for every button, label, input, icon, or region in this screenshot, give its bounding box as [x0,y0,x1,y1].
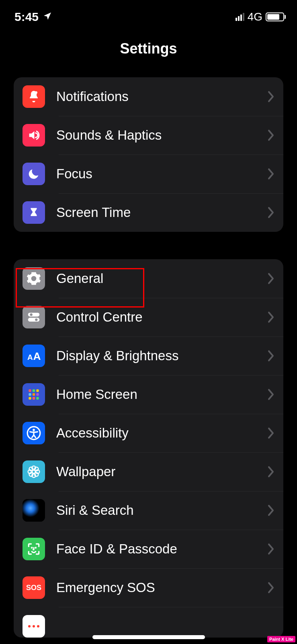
bell-icon [23,85,45,108]
svg-rect-9 [36,389,39,392]
gear-icon [23,267,45,290]
moon-icon [23,163,45,185]
chevron-right-icon [267,168,274,180]
exposure-icon [23,615,45,638]
row-faceid-passcode[interactable]: Face ID & Passcode [14,530,283,568]
text-size-icon: AA [23,345,45,367]
status-right: 4G [236,10,284,23]
faceid-icon [23,538,45,560]
row-label: Screen Time [56,205,267,220]
battery-icon [266,12,284,21]
siri-icon [23,499,45,522]
chevron-right-icon [267,206,274,219]
network-type-label: 4G [248,10,262,23]
location-icon [43,10,52,24]
svg-text:A: A [33,350,41,362]
row-label: General [56,271,267,286]
status-bar: 5:45 4G [0,0,297,28]
accessibility-icon [23,422,45,444]
svg-point-32 [37,625,39,627]
svg-point-27 [31,547,32,548]
row-label: Home Screen [56,387,267,402]
row-label: Accessibility [56,425,267,441]
svg-rect-10 [29,393,31,396]
svg-rect-14 [33,397,35,399]
svg-rect-12 [36,393,39,396]
flower-icon [23,460,45,483]
svg-point-30 [28,625,31,627]
svg-rect-1 [28,313,40,317]
row-general[interactable]: General [14,259,283,298]
row-partial[interactable] [14,607,283,638]
settings-group-notifications: Notifications Sounds & Haptics Focus Scr… [14,77,283,232]
row-notifications[interactable]: Notifications [14,77,283,116]
chevron-right-icon [267,543,274,555]
svg-rect-11 [33,393,35,396]
status-left: 5:45 [14,10,52,24]
row-wallpaper[interactable]: Wallpaper [14,452,283,491]
svg-rect-3 [28,318,40,322]
sos-icon: SOS [23,576,45,599]
chevron-right-icon [267,427,274,439]
switches-icon [23,306,45,328]
row-label: Wallpaper [56,464,267,479]
watermark: Paint X Lite [267,636,295,642]
row-label: Face ID & Passcode [56,541,267,557]
row-label: Notifications [56,89,267,104]
home-icon [23,383,45,406]
home-indicator[interactable] [92,635,205,639]
row-sounds-haptics[interactable]: Sounds & Haptics [14,116,283,155]
row-label: Focus [56,166,267,182]
cellular-signal-icon [236,13,244,21]
svg-point-17 [33,429,35,431]
chevron-right-icon [267,272,274,285]
svg-point-2 [30,314,33,316]
chevron-right-icon [267,504,274,516]
row-accessibility[interactable]: Accessibility [14,414,283,452]
page-title: Settings [0,28,297,69]
status-time: 5:45 [14,10,39,24]
chevron-right-icon [267,388,274,400]
row-label: Sounds & Haptics [56,128,267,143]
row-focus[interactable]: Focus [14,155,283,193]
svg-point-28 [35,547,36,548]
row-screen-time[interactable]: Screen Time [14,193,283,232]
settings-group-general: General Control Centre AA Display & Brig… [14,259,283,638]
svg-rect-15 [36,397,39,399]
chevron-right-icon [267,350,274,362]
svg-point-0 [35,91,37,94]
chevron-right-icon [267,582,274,594]
chevron-right-icon [267,466,274,478]
speaker-icon [23,124,45,147]
row-siri-search[interactable]: Siri & Search [14,491,283,530]
row-home-screen[interactable]: Home Screen [14,375,283,414]
svg-rect-13 [29,397,31,399]
row-display-brightness[interactable]: AA Display & Brightness [14,336,283,375]
svg-text:SOS: SOS [26,584,41,592]
chevron-right-icon [267,91,274,103]
settings-list[interactable]: Notifications Sounds & Haptics Focus Scr… [0,69,297,644]
row-label: Emergency SOS [56,580,267,595]
svg-rect-8 [33,389,35,392]
svg-rect-7 [29,389,31,392]
svg-point-31 [33,625,35,627]
chevron-right-icon [267,129,274,141]
chevron-right-icon [267,311,274,323]
row-label: Display & Brightness [56,348,267,363]
svg-text:A: A [27,353,33,361]
row-label: Siri & Search [56,503,267,518]
row-emergency-sos[interactable]: SOS Emergency SOS [14,568,283,607]
hourglass-icon [23,201,45,224]
row-control-centre[interactable]: Control Centre [14,298,283,336]
row-label: Control Centre [56,310,267,325]
svg-point-4 [35,318,37,321]
